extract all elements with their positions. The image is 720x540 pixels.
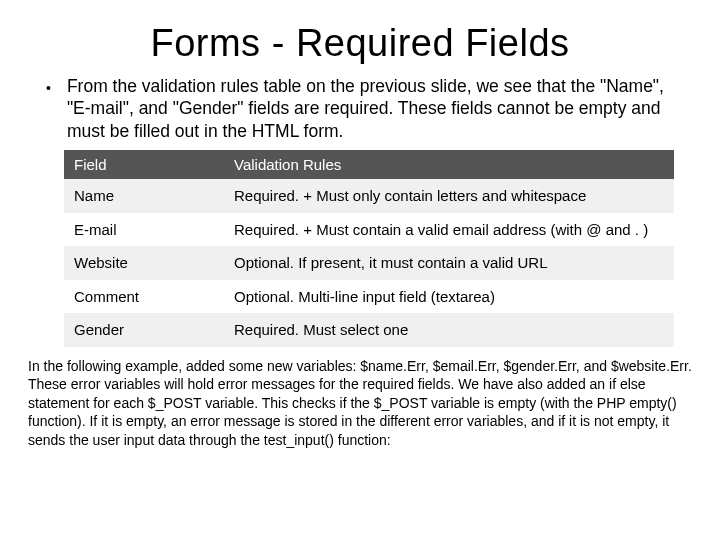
- col-header-field: Field: [64, 150, 224, 179]
- cell-rules: Required. + Must only contain letters an…: [224, 179, 674, 213]
- table-row: Name Required. + Must only contain lette…: [64, 179, 674, 213]
- cell-rules: Required. + Must contain a valid email a…: [224, 213, 674, 247]
- cell-rules: Optional. Multi-line input field (textar…: [224, 280, 674, 314]
- table-row: Comment Optional. Multi-line input field…: [64, 280, 674, 314]
- validation-rules-table: Field Validation Rules Name Required. + …: [64, 150, 674, 347]
- cell-field: Website: [64, 246, 224, 280]
- bullet-item: • From the validation rules table on the…: [46, 75, 692, 142]
- page-title: Forms - Required Fields: [28, 22, 692, 65]
- bullet-marker: •: [46, 77, 51, 99]
- table-row: E-mail Required. + Must contain a valid …: [64, 213, 674, 247]
- cell-field: Name: [64, 179, 224, 213]
- col-header-rules: Validation Rules: [224, 150, 674, 179]
- cell-field: Comment: [64, 280, 224, 314]
- explanatory-paragraph: In the following example, added some new…: [28, 357, 692, 449]
- cell-field: Gender: [64, 313, 224, 347]
- cell-rules: Required. Must select one: [224, 313, 674, 347]
- cell-rules: Optional. If present, it must contain a …: [224, 246, 674, 280]
- table-header-row: Field Validation Rules: [64, 150, 674, 179]
- table-row: Website Optional. If present, it must co…: [64, 246, 674, 280]
- slide: Forms - Required Fields • From the valid…: [0, 0, 720, 540]
- bullet-text: From the validation rules table on the p…: [67, 75, 692, 142]
- table-row: Gender Required. Must select one: [64, 313, 674, 347]
- cell-field: E-mail: [64, 213, 224, 247]
